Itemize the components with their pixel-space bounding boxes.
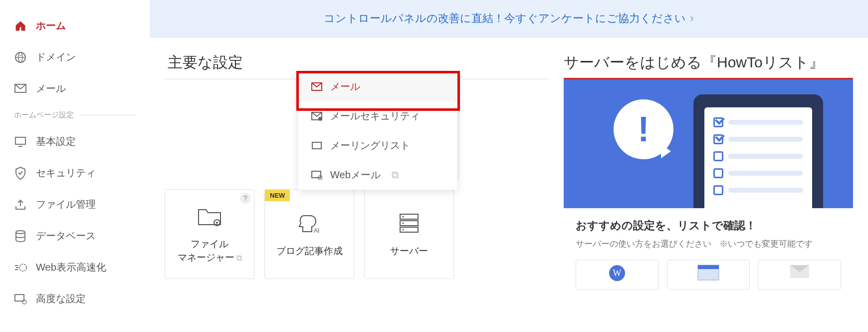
svg-text:www: www	[18, 54, 23, 56]
svg-point-25	[403, 229, 404, 230]
svg-text:W: W	[613, 268, 622, 278]
sidebar-item-domain[interactable]: www ドメイン	[0, 41, 150, 73]
sidebar-label: セキュリティ	[36, 166, 96, 180]
howto-hero: !	[564, 79, 853, 208]
sidebar-item-file[interactable]: ファイル管理	[0, 189, 150, 220]
sidebar-item-security[interactable]: セキュリティ	[0, 157, 150, 189]
svg-text:AI: AI	[314, 227, 319, 234]
speed-icon	[14, 261, 27, 274]
submenu-label: メールセキュリティ	[330, 109, 420, 123]
sidebar-label: データベース	[36, 229, 96, 243]
external-icon: ⧉	[392, 169, 399, 181]
external-icon: ⧉	[236, 254, 242, 262]
card-blog[interactable]: NEW AI ブログ記事作成	[264, 189, 354, 279]
mailing-list-icon	[311, 140, 322, 151]
card-label: サーバー	[390, 245, 428, 258]
svg-point-23	[403, 216, 404, 217]
monitor-icon	[14, 135, 27, 148]
submenu-item-webmail[interactable]: Webメール ⧉	[298, 160, 457, 190]
howto-option-wordpress[interactable]: W	[576, 260, 659, 290]
sidebar-label: 基本設定	[36, 135, 76, 148]
svg-rect-5	[15, 137, 25, 144]
submenu-label: Webメール	[330, 168, 381, 182]
database-icon	[14, 230, 27, 243]
monitor-gear-icon	[14, 293, 27, 306]
sidebar: ホーム www ドメイン メール ホームページ設定 基本設定 セキュリティ ファ…	[0, 0, 150, 332]
card-label: ファイルマネージャー⧉	[178, 238, 242, 264]
sidebar-item-speed[interactable]: Web表示高速化	[0, 252, 150, 283]
card-server[interactable]: サーバー	[364, 189, 454, 279]
folder-gear-icon	[197, 204, 222, 229]
svg-rect-12	[15, 295, 24, 301]
submenu-label: メール	[330, 80, 360, 93]
howto: サーバーをはじめる『HowToリスト』 !	[564, 52, 853, 297]
main: コントロールパネルの改善に直結！今すぐアンケートにご協力ください › 主要な設定…	[150, 0, 868, 332]
clipboard-icon	[693, 94, 823, 208]
sidebar-label: ファイル管理	[36, 198, 96, 211]
sidebar-label: ドメイン	[36, 50, 76, 64]
svg-point-18	[216, 222, 218, 224]
svg-point-7	[16, 231, 25, 234]
server-icon	[397, 211, 422, 236]
howto-title: サーバーをはじめる『HowToリスト』	[564, 52, 853, 73]
sidebar-item-home[interactable]: ホーム	[0, 10, 150, 41]
sidebar-label: 高度な設定	[36, 292, 86, 306]
svg-point-8	[19, 264, 26, 271]
card-label: ブログ記事作成	[276, 245, 343, 258]
sidebar-item-advanced[interactable]: 高度な設定	[0, 283, 150, 315]
howto-sub-desc: サーバーの使い方をお選びください※いつでも変更可能です	[576, 238, 841, 250]
banner-text: コントロールパネルの改善に直結！今すぐアンケートにご協力ください	[324, 11, 686, 26]
card-file-manager[interactable]: ? ファイルマネージャー⧉	[165, 189, 254, 279]
section-title: 主要な設定	[165, 52, 549, 73]
svg-rect-35	[313, 143, 321, 148]
sidebar-section-hp: ホームページ設定	[0, 104, 150, 126]
mail-submenu: メール メールセキュリティ メーリングリスト Webメール ⧉	[298, 72, 457, 190]
howto-option-browser[interactable]	[667, 260, 750, 290]
sidebar-label: メール	[36, 82, 66, 95]
webmail-icon	[311, 170, 322, 181]
sidebar-item-mail[interactable]: メール	[0, 73, 150, 104]
globe-icon: www	[14, 51, 27, 64]
sidebar-item-db[interactable]: データベース	[0, 220, 150, 252]
submenu-item-mail[interactable]: メール	[298, 72, 457, 101]
svg-rect-36	[312, 171, 321, 178]
submenu-label: メーリングリスト	[330, 139, 410, 152]
submenu-item-mail-security[interactable]: メールセキュリティ	[298, 101, 457, 131]
chevron-right-icon: ›	[690, 12, 693, 25]
mail-icon	[14, 82, 27, 95]
survey-banner[interactable]: コントロールパネルの改善に直結！今すぐアンケートにご協力ください ›	[150, 0, 868, 37]
mail-shield-icon	[311, 111, 322, 122]
svg-point-33	[318, 117, 322, 121]
svg-point-24	[403, 222, 404, 224]
mail-icon	[311, 81, 322, 92]
badge-new: NEW	[265, 190, 290, 201]
sidebar-label: Web表示高速化	[36, 261, 106, 274]
shield-icon	[14, 167, 27, 180]
ai-head-icon: AI	[297, 211, 322, 236]
help-icon[interactable]: ?	[240, 193, 251, 204]
upload-icon	[14, 198, 27, 211]
submenu-item-mailing-list[interactable]: メーリングリスト	[298, 131, 457, 160]
svg-rect-29	[698, 265, 719, 269]
sidebar-item-basic[interactable]: 基本設定	[0, 126, 150, 157]
home-icon	[14, 19, 27, 32]
howto-option-mail[interactable]	[758, 260, 841, 290]
howto-sub-title: おすすめの設定を、リストで確認！	[576, 218, 841, 233]
sidebar-label: ホーム	[36, 19, 66, 32]
